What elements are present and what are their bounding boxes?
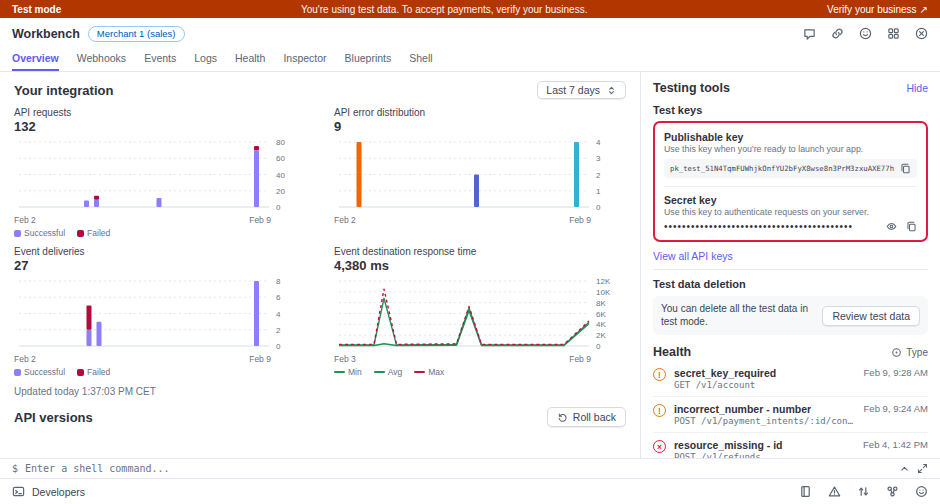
hide-link[interactable]: Hide [906,82,928,94]
svg-text:0: 0 [596,203,601,212]
chart-value: 132 [14,119,306,134]
bar-chart: 020406080 [14,137,306,215]
view-all-api-keys-link[interactable]: View all API keys [653,250,733,262]
chart-api-error-distribution: API error distribution 9 01234 Feb 2 Feb… [334,107,626,238]
svg-text:60: 60 [276,154,285,163]
divider [653,269,928,270]
health-item-time: Feb 9, 9:24 AM [864,403,928,426]
svg-text:2: 2 [276,326,281,335]
health-item-time: Feb 4, 1:42 PM [863,439,928,458]
tab-shell[interactable]: Shell [409,52,432,71]
health-item[interactable]: × resource_missing - id POST /v1/refunds… [653,433,928,458]
health-item[interactable]: ! secret_key_required GET /v1/account Fe… [653,361,928,397]
tab-overview[interactable]: Overview [12,52,59,71]
svg-text:6K: 6K [596,310,606,319]
workbench-header: Workbench Merchant 1 (sales) [0,18,940,49]
satisfaction-icon[interactable] [859,27,872,40]
copy-icon[interactable] [906,221,917,232]
bar-chart: 02468 [14,276,306,354]
secret-key-desc: Use this key to authenticate requests on… [664,207,917,217]
x-axis-end: Feb 9 [249,354,271,364]
date-range-select[interactable]: Last 7 days [537,81,626,99]
svg-text:0: 0 [596,342,601,351]
health-item[interactable]: ! incorrect_number - number POST /v1/pay… [653,397,928,433]
health-item-time: Feb 9, 9:28 AM [864,367,928,390]
x-axis-start: Feb 3 [334,354,356,364]
webhooks-icon[interactable] [886,485,899,498]
test-mode-label: Test mode [12,4,61,15]
publishable-key-value[interactable]: pk_test_51N4TqmFUWhjkOnfYU2bFyX8wse8n3Pr… [664,159,917,178]
alerts-icon[interactable] [828,485,841,498]
shell-input-placeholder[interactable]: Enter a shell command... [25,463,170,474]
integration-title: Your integration [14,83,113,98]
health-section: Health Type ! secret_key_required GET /v… [653,345,928,458]
svg-text:40: 40 [276,171,285,180]
svg-text:4: 4 [276,310,281,319]
tab-logs[interactable]: Logs [194,52,217,71]
chart-title: API requests [14,107,306,118]
secret-key-label: Secret key [664,194,917,206]
terminal-icon[interactable] [12,485,25,498]
publishable-key-label: Publishable key [664,131,917,143]
chart-legend [334,228,626,238]
integration-panel: Your integration Last 7 days API request… [0,72,640,458]
api-versions-title: API versions [14,410,93,425]
chart-api-requests: API requests 132 020406080 Feb 2 Feb 9 S… [14,107,306,238]
header-icon-group [803,27,928,40]
secret-key-block: Secret key Use this key to authenticate … [664,186,917,232]
chart-legend: Successful Failed [14,228,306,238]
tab-health[interactable]: Health [235,52,265,71]
x-axis-start: Feb 2 [14,215,36,225]
verify-business-link[interactable]: Verify your business ↗ [827,4,928,15]
publishable-key-block: Publishable key Use this key when you're… [664,131,917,178]
svg-text:0: 0 [276,342,281,351]
testing-tools-panel: Testing tools Hide Test keys Publishable… [640,72,940,458]
svg-text:2K: 2K [596,331,606,340]
error-icon: × [653,440,666,453]
chart-response-time: Event destination response time 4,380 ms… [334,246,626,377]
shell-command-bar[interactable]: $ Enter a shell command... [0,458,940,479]
roll-back-button[interactable]: Roll back [547,407,626,427]
status-icon[interactable] [915,485,928,498]
svg-text:80: 80 [276,138,285,147]
health-type-filter[interactable]: Type [891,347,928,358]
external-link-icon: ↗ [920,4,928,15]
svg-text:0: 0 [276,203,281,212]
test-mode-banner: Test mode You're using test data. To acc… [0,0,940,18]
svg-text:10K: 10K [596,288,611,297]
developers-label[interactable]: Developers [32,486,85,498]
svg-text:4K: 4K [596,320,606,329]
x-axis-start: Feb 2 [334,215,356,225]
requests-icon[interactable] [857,485,870,498]
test-data-deletion-box: You can delete all the test data in test… [653,296,928,335]
secret-key-masked-value: ••••••••••••••••••••••••••••••••••••••••… [664,221,886,232]
merchant-badge[interactable]: Merchant 1 (sales) [88,26,185,42]
warning-icon: ! [653,404,666,417]
tab-inspector[interactable]: Inspector [283,52,326,71]
close-icon[interactable] [915,27,928,40]
apps-icon[interactable] [887,27,900,40]
copy-icon[interactable] [900,163,911,174]
svg-text:1: 1 [596,187,601,196]
x-axis-end: Feb 9 [569,215,591,225]
bar-chart: 01234 [334,137,626,215]
test-keys-box: Publishable key Use this key when you're… [653,121,928,242]
rollback-icon [557,412,568,423]
review-test-data-button[interactable]: Review test data [822,306,920,326]
test-mode-message: You're using test data. To accept paymen… [61,4,827,15]
collapse-shell-icon[interactable] [899,463,910,474]
test-keys-title: Test keys [653,104,928,116]
tab-events[interactable]: Events [144,52,176,71]
chart-event-deliveries: Event deliveries 27 02468 Feb 2 Feb 9 Su… [14,246,306,377]
svg-text:12K: 12K [596,277,611,286]
tab-blueprints[interactable]: Blueprints [345,52,392,71]
link-icon[interactable] [831,27,844,40]
test-data-deletion-desc: You can delete all the test data in test… [661,303,814,328]
expand-shell-icon[interactable] [917,463,928,474]
docs-icon[interactable] [799,485,812,498]
feedback-icon[interactable] [803,27,816,40]
svg-text:8: 8 [276,277,281,286]
tab-webhooks[interactable]: Webhooks [77,52,126,71]
reveal-key-icon[interactable] [886,221,897,232]
shell-prompt: $ [12,463,18,474]
